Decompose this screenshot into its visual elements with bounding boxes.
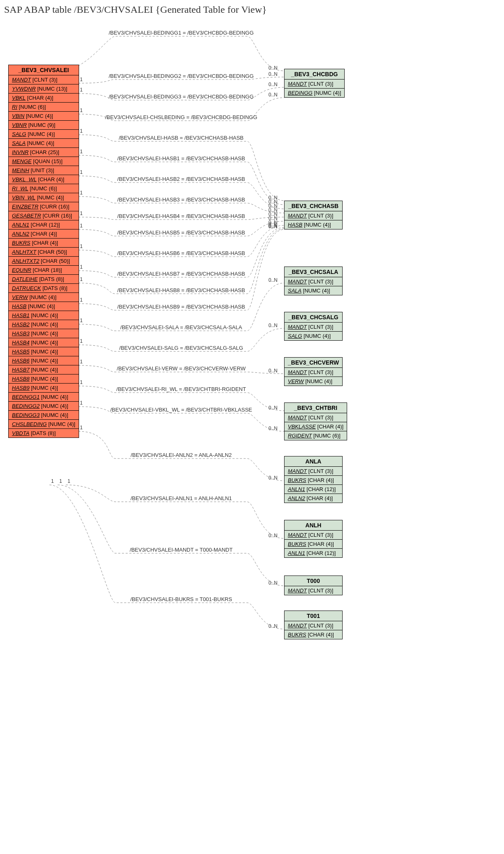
entity-header: _BEV3_CHCVERW [285,358,342,368]
cardinality-one: 1 [80,149,83,154]
field-row: RGIDENT [NUMC (6)] [285,431,347,440]
field-row: BUKRS [CHAR (4)] [285,540,342,549]
entity-header: _BEV3_CHCSALG [285,312,342,323]
relation-label: /BEV3/CHVSALEI-ANLN2 = ANLA-ANLN2 [131,452,231,458]
field-row: MANDT [CLNT (3)] [285,413,347,422]
relation-label: /BEV3/CHVSALEI-SALG = /BEV3/CHCSALG-SALG [119,345,243,351]
cardinality-many: 0..N [268,65,278,71]
field-row: BUKRS [CHAR (4)] [285,630,342,639]
cardinality-one: 1 [80,108,83,113]
relation-label: /BEV3/CHVSALEI-BEDINGG1 = /BEV3/CHCBDG-B… [109,30,254,36]
cardinality-one: 1 [80,77,83,82]
cardinality-many: 0..N [268,533,278,538]
entity-header: ANLH [285,520,342,531]
entity-header: ANLA [285,456,342,467]
field-row: HASB3 [NUMC (4)] [9,329,79,338]
field-row: RI [NUMC (6)] [9,103,79,112]
field-row: ANLN2 [CHAR (4)] [285,494,342,503]
field-row: INVNR [CHAR (25)] [9,148,79,157]
field-row: VBKL_WL [CHAR (4)] [9,175,79,184]
field-row: MANDT [CLNT (3)] [9,75,79,84]
field-row: VBDTA [DATS (8)] [9,429,79,438]
cardinality-many: 0..N [268,92,278,98]
field-row: BEDINGG3 [NUMC (4)] [9,411,79,420]
cardinality-many: 0..N [268,224,278,229]
entity-t001: T001MANDT [CLNT (3)]BUKRS [CHAR (4)] [284,611,343,639]
field-row: VBIN [NUMC (4)] [9,112,79,121]
field-row: HASB8 [NUMC (4)] [9,374,79,384]
cardinality-one: 1 [80,400,83,406]
entity-anla: ANLAMANDT [CLNT (3)]BUKRS [CHAR (4)]ANLN… [284,456,343,503]
cardinality-one: 1 [80,276,83,282]
field-row: YVWDNR [NUMC (13)] [9,84,79,94]
entity-chcsalg: _BEV3_CHCSALGMANDT [CLNT (3)]SALG [NUMC … [284,312,343,341]
cardinality-many: 0..N [268,623,278,629]
field-row: MANDT [CLNT (3)] [285,467,342,476]
field-row: MANDT [CLNT (3)] [285,368,342,377]
entity-header: T000 [285,576,342,586]
entity-header: T001 [285,611,342,621]
relation-label: /BEV3/CHVSALEI-BUKRS = T001-BUKRS [130,596,232,602]
field-row: BUKRS [CHAR (4)] [9,239,79,248]
cardinality-one: 1 [80,338,83,344]
relation-label: /BEV3/CHVSALEI-VERW = /BEV3/CHCVERW-VERW [117,365,246,372]
cardinality-one: 1 [80,243,83,249]
field-row: ANLHTXT2 [CHAR (50)] [9,257,79,266]
field-row: HASB7 [NUMC (4)] [9,365,79,374]
cardinality-many: 0..N [268,277,278,283]
field-row: VERW [NUMC (4)] [285,377,342,386]
relation-label: /BEV3/CHVSALEI-HASB5 = /BEV3/CHCHASB-HAS… [117,229,245,236]
entity-header: _BEV3_CHCBDG [285,69,344,80]
field-row: MEINH [UNIT (3)] [9,166,79,175]
field-row: VERW [NUMC (4)] [9,293,79,302]
entity-chcverw: _BEV3_CHCVERWMANDT [CLNT (3)]VERW [NUMC … [284,357,343,386]
field-row: MANDT [CLNT (3)] [285,277,342,286]
entity-header: _BEV3_CHCHASB [285,201,342,211]
cardinality-many: 0..N [268,71,278,77]
cardinality-many: 0..N [268,82,278,87]
field-row: GESABETR [CURR (16)] [9,211,79,220]
field-row: ANLHTXT [CHAR (50)] [9,248,79,257]
field-row: SALA [NUMC (4)] [285,286,342,295]
field-row: BEDINGG2 [NUMC (4)] [9,402,79,411]
relation-label: /BEV3/CHVSALEI-HASB = /BEV3/CHCHASB-HASB [119,135,243,141]
entity-anlh: ANLHMANDT [CLNT (3)]BUKRS [CHAR (4)]ANLN… [284,520,343,558]
cardinality-one: 1 [80,359,83,365]
entity-chcbdg: _BEV3_CHCBDGMANDT [CLNT (3)]BEDINGG [NUM… [284,69,345,98]
field-row: HASB9 [NUMC (4)] [9,384,79,393]
cardinality-one: 1 [80,169,83,175]
relation-label: /BEV3/CHVSALEI-RI_WL = /BEV3/CHTBRI-RGID… [117,386,246,392]
field-row: VBNR [NUMC (9)] [9,121,79,130]
relation-label: /BEV3/CHVSALEI-BEDINGG3 = /BEV3/CHCBDG-B… [109,94,254,100]
entity-header: _BEV3_CHCSALA [285,267,342,277]
entity-t000: T000MANDT [CLNT (3)] [284,576,343,595]
field-row: HASB2 [NUMC (4)] [9,320,79,329]
field-row: ANLN1 [CHAR (12)] [285,485,342,494]
cardinality-many: 0..N [268,475,278,481]
field-row: HASB [NUMC (4)] [285,220,342,229]
cardinality-one: 1 [80,128,83,134]
entity-header: _BEV3_CHVSALEI [9,65,79,75]
relation-label: /BEV3/CHVSALEI-CHSLBEDING = /BEV3/CHCBDG… [105,114,257,120]
erd-canvas: /BEV3/CHVSALEI-BEDINGG1 = /BEV3/CHCBDG-B… [4,19,500,852]
field-row: SALG [NUMC (4)] [285,332,342,340]
cardinality-one: 1 [80,379,83,385]
relation-label: /BEV3/CHVSALEI-HASB7 = /BEV3/CHCHASB-HAS… [117,271,245,277]
relation-label: /BEV3/CHVSALEI-BEDINGG2 = /BEV3/CHCBDG-B… [109,73,254,79]
entity-main: _BEV3_CHVSALEIMANDT [CLNT (3)]YVWDNR [NU… [8,65,79,438]
field-row: ANLN1 [CHAR (12)] [285,549,342,557]
page-title: SAP ABAP table /BEV3/CHVSALEI {Generated… [4,4,504,15]
field-row: RI_WL [NUMC (6)] [9,184,79,193]
field-row: MANDT [CLNT (3)] [285,531,342,540]
relation-label: /BEV3/CHVSALEI-VBKL_WL = /BEV3/CHTBRI-VB… [110,407,252,413]
field-row: MANDT [CLNT (3)] [285,621,342,630]
field-row: MANDT [CLNT (3)] [285,80,344,89]
cardinality-one: 1 [80,190,83,196]
field-row: ANLN1 [CHAR (12)] [9,220,79,229]
field-row: VBKL [CHAR (4)] [9,94,79,103]
cardinality-one: 1 [80,264,83,270]
field-row: VBKLASSE [CHAR (4)] [285,422,347,431]
cardinality-one: 1 [80,318,83,323]
cardinality-many: 0..N [268,426,278,431]
field-row: MENGE [QUAN (15)] [9,157,79,166]
